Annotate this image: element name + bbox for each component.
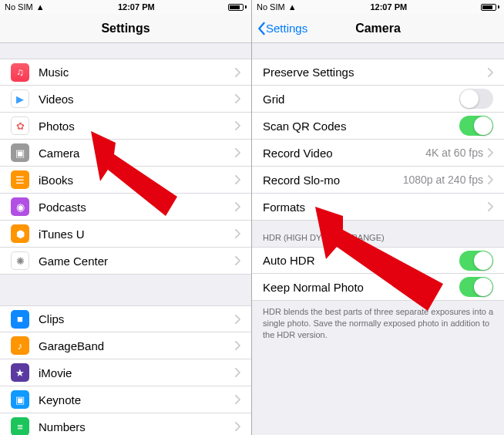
music-icon: ♫ xyxy=(11,63,29,82)
row-gamecenter[interactable]: ✺ Game Center xyxy=(0,248,251,275)
grid-switch[interactable] xyxy=(459,89,493,109)
row-label: Auto HDR xyxy=(263,254,459,267)
status-bar: No SIM▲ 12:07 PM xyxy=(252,0,504,14)
settings-panel: No SIM▲ 12:07 PM Settings ♫ Music ▶ Vide… xyxy=(0,0,252,435)
row-label: Podcasts xyxy=(39,201,235,214)
wifi-icon: ▲ xyxy=(36,2,45,12)
back-button[interactable]: Settings xyxy=(257,22,307,35)
chevron-right-icon xyxy=(488,68,493,77)
row-label: iTunes U xyxy=(39,228,235,241)
chevron-right-icon xyxy=(235,368,240,377)
settings-list-2: ■ Clips ♪ GarageBand ★ iMovie ▣ Keynote … xyxy=(0,305,251,435)
chevron-right-icon xyxy=(488,202,493,211)
chevron-right-icon xyxy=(488,175,493,184)
chevron-right-icon xyxy=(235,395,240,404)
row-photos[interactable]: ✿ Photos xyxy=(0,113,251,140)
imovie-icon: ★ xyxy=(11,363,29,382)
row-label: iMovie xyxy=(39,366,235,379)
keep-normal-switch[interactable] xyxy=(459,277,493,297)
wifi-icon: ▲ xyxy=(288,2,297,12)
row-label: iBooks xyxy=(39,174,235,187)
row-label: Numbers xyxy=(39,420,235,433)
row-auto-hdr[interactable]: Auto HDR xyxy=(252,247,504,274)
gamecenter-icon: ✺ xyxy=(11,251,29,270)
row-scan-qr[interactable]: Scan QR Codes xyxy=(252,113,504,140)
row-label: Formats xyxy=(263,201,488,214)
navbar: Settings Camera xyxy=(252,14,504,43)
keynote-icon: ▣ xyxy=(11,390,29,409)
hdr-footer: HDR blends the best parts of three separ… xyxy=(252,301,504,349)
row-label: Videos xyxy=(39,93,235,106)
videos-icon: ▶ xyxy=(11,89,29,108)
row-keynote[interactable]: ▣ Keynote xyxy=(0,386,251,413)
row-label: GarageBand xyxy=(39,339,235,352)
row-podcasts[interactable]: ◉ Podcasts xyxy=(0,194,251,221)
hdr-rows: Auto HDR Keep Normal Photo xyxy=(252,247,504,301)
battery-icon xyxy=(228,4,247,11)
row-keep-normal[interactable]: Keep Normal Photo xyxy=(252,274,504,301)
carrier: No SIM xyxy=(5,2,33,12)
garageband-icon: ♪ xyxy=(11,336,29,355)
camera-icon: ▣ xyxy=(11,143,29,162)
row-label: Record Slo-mo xyxy=(263,174,403,187)
auto-hdr-switch[interactable] xyxy=(459,251,493,271)
chevron-right-icon xyxy=(235,148,240,157)
row-music[interactable]: ♫ Music xyxy=(0,59,251,86)
battery-icon xyxy=(481,4,499,11)
row-record-video[interactable]: Record Video4K at 60 fps xyxy=(252,140,504,167)
row-formats[interactable]: Formats xyxy=(252,194,504,221)
row-record-slomo[interactable]: Record Slo-mo1080p at 240 fps xyxy=(252,167,504,194)
row-camera[interactable]: ▣ Camera xyxy=(0,140,251,167)
row-label: Clips xyxy=(39,312,235,325)
chevron-right-icon xyxy=(235,94,240,103)
row-imovie[interactable]: ★ iMovie xyxy=(0,359,251,386)
row-label: Keynote xyxy=(39,393,235,406)
row-ibooks[interactable]: ☰ iBooks xyxy=(0,167,251,194)
row-label: Preserve Settings xyxy=(263,66,488,79)
row-label: Keep Normal Photo xyxy=(263,281,459,294)
clock: 12:07 PM xyxy=(118,2,155,12)
scan-qr-switch[interactable] xyxy=(459,116,493,136)
row-label: Scan QR Codes xyxy=(263,120,459,133)
page-title: Camera xyxy=(355,22,401,35)
back-label: Settings xyxy=(266,22,307,35)
clips-icon: ■ xyxy=(11,310,29,329)
photos-icon: ✿ xyxy=(11,116,29,135)
row-clips[interactable]: ■ Clips xyxy=(0,305,251,332)
row-label: Camera xyxy=(39,147,235,160)
row-videos[interactable]: ▶ Videos xyxy=(0,86,251,113)
chevron-right-icon xyxy=(235,256,240,265)
chevron-right-icon xyxy=(235,68,240,77)
chevron-right-icon xyxy=(235,202,240,211)
row-numbers[interactable]: ≡ Numbers xyxy=(0,413,251,435)
chevron-right-icon xyxy=(235,341,240,350)
row-itunesu[interactable]: ⬢ iTunes U xyxy=(0,221,251,248)
clock: 12:07 PM xyxy=(370,2,407,12)
chevron-right-icon xyxy=(235,422,240,431)
navbar: Settings xyxy=(0,14,251,43)
page-title: Settings xyxy=(101,22,150,35)
podcasts-icon: ◉ xyxy=(11,197,29,216)
row-garageband[interactable]: ♪ GarageBand xyxy=(0,332,251,359)
itunesu-icon: ⬢ xyxy=(11,224,29,243)
ibooks-icon: ☰ xyxy=(11,170,29,189)
numbers-icon: ≡ xyxy=(11,417,29,435)
camera-panel: No SIM▲ 12:07 PM Settings Camera Preserv… xyxy=(252,0,504,435)
settings-list-1: ♫ Music ▶ Videos ✿ Photos ▣ Camera ☰ iBo… xyxy=(0,59,251,275)
row-preserve-settings[interactable]: Preserve Settings xyxy=(252,59,504,86)
row-label: Record Video xyxy=(263,147,425,160)
status-bar: No SIM▲ 12:07 PM xyxy=(0,0,251,14)
chevron-right-icon xyxy=(488,148,493,157)
hdr-header: HDR (HIGH DYNAMIC RANGE) xyxy=(252,221,504,247)
chevron-right-icon xyxy=(235,229,240,238)
row-detail: 4K at 60 fps xyxy=(425,147,483,159)
row-label: Grid xyxy=(263,93,459,106)
camera-rows: Preserve Settings Grid Scan QR Codes Rec… xyxy=(252,59,504,221)
row-label: Game Center xyxy=(39,255,235,268)
row-grid[interactable]: Grid xyxy=(252,86,504,113)
chevron-right-icon xyxy=(235,175,240,184)
chevron-right-icon xyxy=(235,315,240,324)
chevron-right-icon xyxy=(235,121,240,130)
row-label: Photos xyxy=(39,120,235,133)
carrier: No SIM xyxy=(257,2,285,12)
